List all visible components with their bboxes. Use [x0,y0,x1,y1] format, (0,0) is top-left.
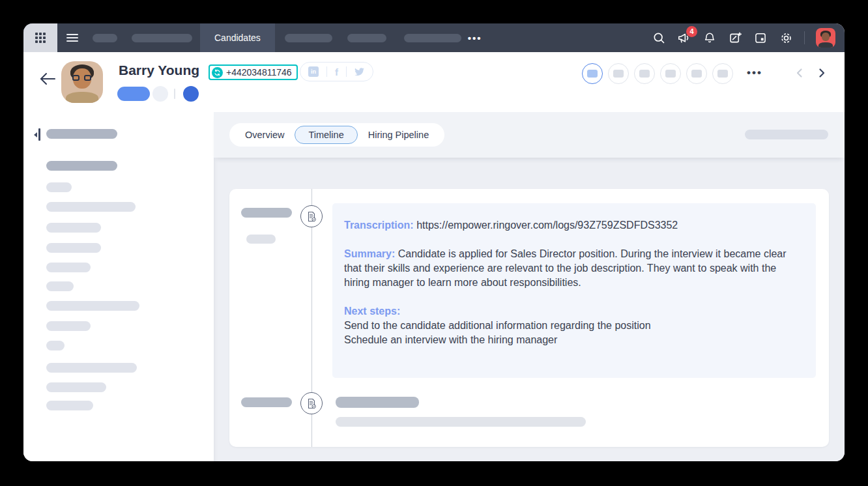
contact-action-button[interactable] [608,63,629,84]
status-circle-primary[interactable] [183,86,199,102]
grid-3x3-icon [35,33,46,43]
app-window: Candidates ••• 4 [23,23,845,461]
back-arrow-icon[interactable] [39,72,56,86]
timeline-entry-title-placeholder [336,397,419,408]
next-steps-block: Next steps: Send to the candidate additi… [344,304,803,347]
sidebar-placeholder-bar [46,301,139,311]
nav-tab-placeholder[interactable] [404,34,461,42]
chevron-right-icon[interactable] [817,68,826,78]
summary-paragraph: Summary: Candidate is applied for Sales … [344,247,803,290]
timeline-entry-text-placeholder [336,417,586,427]
phone-number-badge[interactable]: +442034811746 [209,64,298,80]
timeline-card: Transcription: https://empower.ringover.… [229,189,829,447]
next-step-item: Send to the candidate additional informa… [344,320,651,331]
status-pill[interactable] [117,87,150,101]
timeline-time-placeholder [246,235,276,244]
sidebar-placeholder-bar [46,341,65,350]
call-summary-box: Transcription: https://empower.ringover.… [332,203,816,378]
navbar-divider [804,31,805,44]
nav-tab-placeholder[interactable] [347,34,386,42]
sidebar-placeholder-bar [46,161,117,171]
tab-hiring-pipeline[interactable]: Hiring Pipeline [358,130,440,140]
contact-action-button[interactable] [660,63,681,84]
ringover-sync-icon [212,67,223,78]
timeline-date-placeholder [241,208,292,218]
nav-overflow-button[interactable]: ••• [468,33,482,44]
tabband-placeholder [745,130,828,139]
sidebar-placeholder-bar [46,401,93,410]
nav-tab-placeholder[interactable] [285,34,332,42]
profile-tabs: Overview Timeline Hiring Pipeline [229,123,444,147]
transcription-label: Transcription: [344,220,414,231]
contact-action-button[interactable] [686,63,707,84]
contact-action-button[interactable] [582,63,603,84]
notification-count-badge: 4 [686,26,697,37]
navbar-actions: 4 [652,28,845,48]
document-refresh-icon [300,205,323,227]
social-links: in f [300,62,373,81]
next-steps-label: Next steps: [344,306,400,317]
row-divider [174,89,175,99]
more-actions-button[interactable]: ••• [747,66,762,79]
nav-tab-placeholder[interactable] [132,34,192,42]
nav-tab-candidates-label: Candidates [214,33,261,43]
sidebar-placeholder-bar [46,321,91,331]
phone-number: +442034811746 [226,67,292,78]
main-panel: Overview Timeline Hiring Pipeline [214,112,845,461]
calendar-icon[interactable] [753,31,768,45]
contact-action-button[interactable] [634,63,655,84]
candidate-avatar [61,61,103,103]
tab-overview[interactable]: Overview [235,130,295,140]
summary-label: Summary: [344,248,395,259]
top-navbar: Candidates ••• 4 [23,23,845,52]
facebook-icon[interactable]: f [326,66,346,77]
megaphone-icon[interactable]: 4 [677,31,691,45]
tab-timeline[interactable]: Timeline [295,126,357,144]
next-step-item: Schedule an interview with the hiring ma… [344,334,557,345]
sidebar-placeholder-bar [46,263,91,272]
nav-tab-placeholder[interactable] [93,34,117,42]
summary-text: Candidate is applied for Sales Director … [344,248,787,288]
user-avatar[interactable] [816,28,835,48]
compose-note-icon[interactable] [728,31,742,45]
status-circle-secondary[interactable] [152,86,168,102]
sidebar-placeholder-bar [46,363,137,373]
app-launcher-button[interactable] [23,23,57,52]
search-icon[interactable] [652,31,666,45]
gear-icon[interactable] [779,31,793,45]
sidebar-placeholder-bar [46,382,106,392]
chevron-left-icon[interactable] [795,68,804,78]
contact-action-button[interactable] [712,63,733,84]
timeline-date-placeholder [241,397,292,407]
sidebar-placeholder-bar [46,129,117,139]
candidate-name: Barry Young [119,63,199,78]
twitter-icon[interactable] [346,66,373,77]
sidebar-placeholder-bar [46,281,74,291]
menu-icon[interactable] [66,34,78,42]
tab-band: Overview Timeline Hiring Pipeline [214,112,845,158]
transcription-url[interactable]: https://empower.ringover.com/logs/93Z759… [416,220,678,231]
left-sidebar [23,112,214,461]
sidebar-placeholder-bar [46,182,72,192]
sidebar-collapse-icon[interactable] [34,128,40,141]
timeline-content: Transcription: https://empower.ringover.… [214,158,845,461]
linkedin-icon[interactable]: in [300,66,326,77]
sidebar-placeholder-bar [46,243,101,253]
sidebar-placeholder-bar [46,202,136,212]
document-refresh-icon [300,392,323,414]
nav-tab-candidates[interactable]: Candidates [200,23,275,52]
bell-icon[interactable] [702,31,717,45]
transcription-line: Transcription: https://empower.ringover.… [344,218,803,233]
candidate-header: Barry Young +442034811746 in f [23,52,845,112]
sidebar-placeholder-bar [46,223,101,233]
